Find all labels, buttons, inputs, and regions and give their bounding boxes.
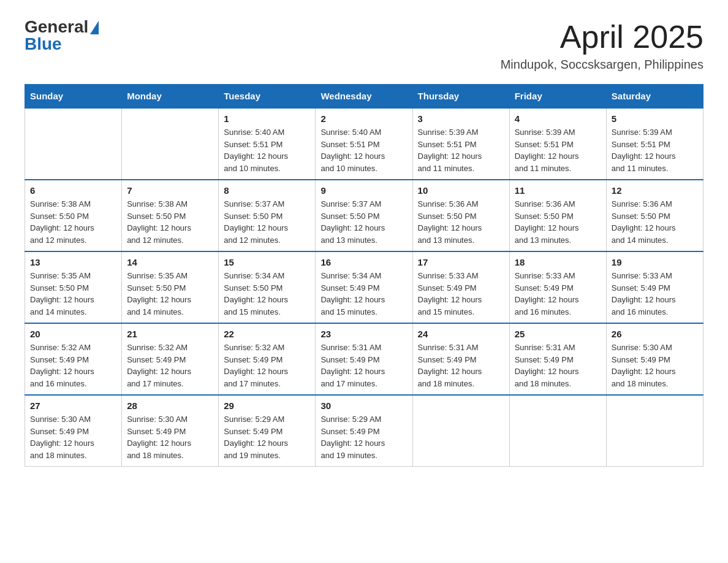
day-number: 20	[30, 329, 116, 339]
day-number: 28	[127, 400, 213, 411]
day-info: Sunrise: 5:35 AM Sunset: 5:50 PM Dayligh…	[127, 270, 213, 318]
calendar-cell: 25Sunrise: 5:31 AM Sunset: 5:49 PM Dayli…	[509, 323, 606, 395]
day-number: 3	[418, 113, 504, 124]
header-thursday: Thursday	[412, 85, 509, 109]
logo-blue-text: Blue	[25, 36, 99, 53]
calendar-cell: 10Sunrise: 5:36 AM Sunset: 5:50 PM Dayli…	[412, 180, 509, 251]
day-info: Sunrise: 5:32 AM Sunset: 5:49 PM Dayligh…	[127, 342, 213, 389]
day-number: 29	[224, 400, 310, 411]
page-title: April 2025	[501, 18, 703, 55]
day-info: Sunrise: 5:39 AM Sunset: 5:51 PM Dayligh…	[612, 126, 698, 174]
day-info: Sunrise: 5:31 AM Sunset: 5:49 PM Dayligh…	[320, 342, 407, 389]
day-number: 22	[224, 329, 310, 339]
day-info: Sunrise: 5:34 AM Sunset: 5:49 PM Dayligh…	[320, 270, 407, 318]
calendar-cell: 16Sunrise: 5:34 AM Sunset: 5:49 PM Dayli…	[316, 251, 412, 323]
day-info: Sunrise: 5:33 AM Sunset: 5:49 PM Dayligh…	[515, 270, 601, 318]
day-number: 27	[30, 400, 116, 411]
calendar-cell: 24Sunrise: 5:31 AM Sunset: 5:49 PM Dayli…	[412, 323, 509, 395]
calendar-week-2: 6Sunrise: 5:38 AM Sunset: 5:50 PM Daylig…	[25, 180, 703, 251]
calendar-cell	[606, 395, 703, 467]
calendar-week-1: 1Sunrise: 5:40 AM Sunset: 5:51 PM Daylig…	[25, 108, 703, 180]
day-info: Sunrise: 5:33 AM Sunset: 5:49 PM Dayligh…	[612, 270, 698, 318]
calendar-table: SundayMondayTuesdayWednesdayThursdayFrid…	[25, 84, 703, 467]
calendar-week-3: 13Sunrise: 5:35 AM Sunset: 5:50 PM Dayli…	[25, 251, 703, 323]
day-number: 6	[30, 185, 116, 196]
day-info: Sunrise: 5:36 AM Sunset: 5:50 PM Dayligh…	[515, 198, 601, 246]
day-info: Sunrise: 5:32 AM Sunset: 5:49 PM Dayligh…	[224, 342, 310, 389]
logo-general-text: General	[25, 18, 88, 36]
day-number: 24	[418, 329, 504, 339]
day-info: Sunrise: 5:39 AM Sunset: 5:51 PM Dayligh…	[515, 126, 601, 174]
day-info: Sunrise: 5:37 AM Sunset: 5:50 PM Dayligh…	[320, 198, 407, 246]
day-info: Sunrise: 5:31 AM Sunset: 5:49 PM Dayligh…	[418, 342, 504, 389]
day-number: 5	[612, 113, 698, 124]
calendar-week-5: 27Sunrise: 5:30 AM Sunset: 5:49 PM Dayli…	[25, 395, 703, 467]
day-info: Sunrise: 5:29 AM Sunset: 5:49 PM Dayligh…	[224, 413, 310, 461]
calendar-cell: 22Sunrise: 5:32 AM Sunset: 5:49 PM Dayli…	[219, 323, 316, 395]
day-number: 13	[30, 257, 116, 267]
header-saturday: Saturday	[606, 85, 703, 109]
calendar-cell: 14Sunrise: 5:35 AM Sunset: 5:50 PM Dayli…	[122, 251, 219, 323]
calendar-cell: 2Sunrise: 5:40 AM Sunset: 5:51 PM Daylig…	[316, 108, 412, 180]
calendar-cell: 23Sunrise: 5:31 AM Sunset: 5:49 PM Dayli…	[316, 323, 412, 395]
calendar-cell: 29Sunrise: 5:29 AM Sunset: 5:49 PM Dayli…	[219, 395, 316, 467]
title-block: April 2025 Mindupok, Soccsksargen, Phili…	[501, 18, 703, 72]
calendar-cell: 4Sunrise: 5:39 AM Sunset: 5:51 PM Daylig…	[509, 108, 606, 180]
day-info: Sunrise: 5:34 AM Sunset: 5:50 PM Dayligh…	[224, 270, 310, 318]
calendar-cell: 5Sunrise: 5:39 AM Sunset: 5:51 PM Daylig…	[606, 108, 703, 180]
day-info: Sunrise: 5:40 AM Sunset: 5:51 PM Dayligh…	[320, 126, 407, 174]
header-monday: Monday	[122, 85, 219, 109]
day-info: Sunrise: 5:30 AM Sunset: 5:49 PM Dayligh…	[612, 342, 698, 389]
day-info: Sunrise: 5:40 AM Sunset: 5:51 PM Dayligh…	[224, 126, 310, 174]
day-info: Sunrise: 5:32 AM Sunset: 5:49 PM Dayligh…	[30, 342, 116, 389]
page-subtitle: Mindupok, Soccsksargen, Philippines	[501, 58, 703, 72]
day-info: Sunrise: 5:39 AM Sunset: 5:51 PM Dayligh…	[418, 126, 504, 174]
calendar-cell: 28Sunrise: 5:30 AM Sunset: 5:49 PM Dayli…	[122, 395, 219, 467]
calendar-cell: 18Sunrise: 5:33 AM Sunset: 5:49 PM Dayli…	[509, 251, 606, 323]
page-header: General Blue April 2025 Mindupok, Soccsk…	[25, 18, 703, 72]
day-info: Sunrise: 5:38 AM Sunset: 5:50 PM Dayligh…	[127, 198, 213, 246]
day-number: 19	[612, 257, 698, 267]
calendar-cell	[25, 108, 122, 180]
day-number: 7	[127, 185, 213, 196]
day-number: 8	[224, 185, 310, 196]
header-sunday: Sunday	[25, 85, 122, 109]
day-number: 26	[612, 329, 698, 339]
logo: General Blue	[25, 18, 99, 53]
calendar-cell	[412, 395, 509, 467]
day-number: 12	[612, 185, 698, 196]
calendar-cell	[509, 395, 606, 467]
calendar-cell	[122, 108, 219, 180]
calendar-cell: 3Sunrise: 5:39 AM Sunset: 5:51 PM Daylig…	[412, 108, 509, 180]
day-number: 30	[320, 400, 407, 411]
calendar-cell: 21Sunrise: 5:32 AM Sunset: 5:49 PM Dayli…	[122, 323, 219, 395]
day-info: Sunrise: 5:33 AM Sunset: 5:49 PM Dayligh…	[418, 270, 504, 318]
calendar-cell: 6Sunrise: 5:38 AM Sunset: 5:50 PM Daylig…	[25, 180, 122, 251]
day-number: 16	[320, 257, 407, 267]
day-number: 9	[320, 185, 407, 196]
day-number: 23	[320, 329, 407, 339]
calendar-header-row: SundayMondayTuesdayWednesdayThursdayFrid…	[25, 85, 703, 109]
day-info: Sunrise: 5:29 AM Sunset: 5:49 PM Dayligh…	[320, 413, 407, 461]
day-number: 18	[515, 257, 601, 267]
header-friday: Friday	[509, 85, 606, 109]
day-info: Sunrise: 5:36 AM Sunset: 5:50 PM Dayligh…	[418, 198, 504, 246]
day-info: Sunrise: 5:35 AM Sunset: 5:50 PM Dayligh…	[30, 270, 116, 318]
calendar-week-4: 20Sunrise: 5:32 AM Sunset: 5:49 PM Dayli…	[25, 323, 703, 395]
day-number: 21	[127, 329, 213, 339]
day-info: Sunrise: 5:30 AM Sunset: 5:49 PM Dayligh…	[30, 413, 116, 461]
day-number: 4	[515, 113, 601, 124]
calendar-cell: 13Sunrise: 5:35 AM Sunset: 5:50 PM Dayli…	[25, 251, 122, 323]
calendar-cell: 15Sunrise: 5:34 AM Sunset: 5:50 PM Dayli…	[219, 251, 316, 323]
day-info: Sunrise: 5:37 AM Sunset: 5:50 PM Dayligh…	[224, 198, 310, 246]
header-tuesday: Tuesday	[219, 85, 316, 109]
day-number: 17	[418, 257, 504, 267]
calendar-cell: 20Sunrise: 5:32 AM Sunset: 5:49 PM Dayli…	[25, 323, 122, 395]
calendar-cell: 7Sunrise: 5:38 AM Sunset: 5:50 PM Daylig…	[122, 180, 219, 251]
calendar-cell: 11Sunrise: 5:36 AM Sunset: 5:50 PM Dayli…	[509, 180, 606, 251]
calendar-cell: 8Sunrise: 5:37 AM Sunset: 5:50 PM Daylig…	[219, 180, 316, 251]
day-number: 10	[418, 185, 504, 196]
day-number: 11	[515, 185, 601, 196]
day-number: 15	[224, 257, 310, 267]
calendar-cell: 30Sunrise: 5:29 AM Sunset: 5:49 PM Dayli…	[316, 395, 412, 467]
